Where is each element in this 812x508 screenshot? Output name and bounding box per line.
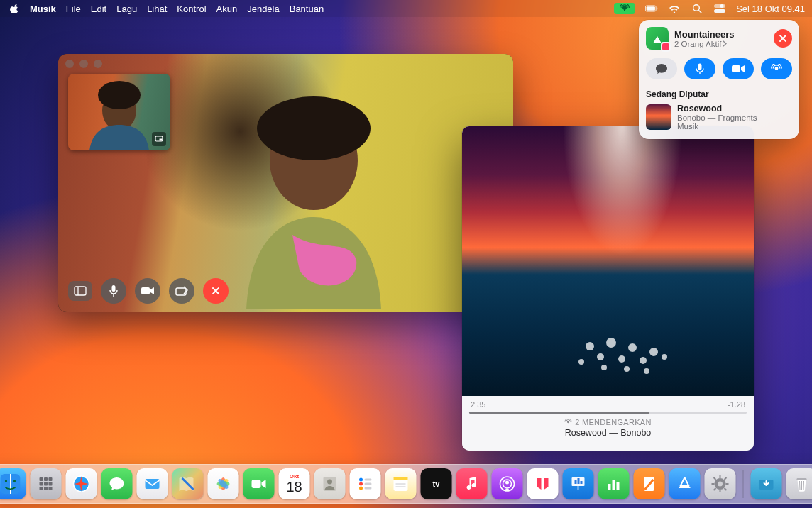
svg-point-32 <box>601 365 607 370</box>
menubar-item-lagu[interactable]: Lagu <box>116 4 137 14</box>
dock-app-pages[interactable] <box>634 468 665 499</box>
facetime-window[interactable] <box>58 54 513 312</box>
menubar-item-jendela[interactable]: Jendela <box>247 4 280 14</box>
music-mini-player[interactable]: 2.35 -1.28 2 MENDENGARKAN Rosewood — Bon… <box>462 126 754 451</box>
mini-player-info: 2.35 -1.28 2 MENDENGARKAN Rosewood — Bon… <box>462 396 754 451</box>
svg-rect-78 <box>575 480 577 484</box>
dock-app-photos[interactable] <box>208 468 239 499</box>
dock-app-music[interactable] <box>456 468 488 499</box>
svg-line-95 <box>714 488 716 490</box>
pip-swap-button[interactable] <box>152 132 166 146</box>
facetime-self-view[interactable] <box>68 74 170 150</box>
dock-app-facetime[interactable] <box>243 468 275 499</box>
leave-shareplay-button[interactable] <box>774 29 792 48</box>
dock-app-finder[interactable] <box>0 468 26 499</box>
svg-rect-49 <box>40 487 43 490</box>
svg-rect-44 <box>44 477 48 481</box>
dock-app-podcasts[interactable] <box>492 468 523 499</box>
dock-app-settings[interactable] <box>705 468 736 499</box>
menubar-item-akun[interactable]: Akun <box>216 4 238 14</box>
svg-rect-97 <box>797 478 807 480</box>
spotlight-icon[interactable] <box>691 4 703 13</box>
dock-app-calendar[interactable]: Okt18 <box>279 468 310 499</box>
control-center-icon[interactable] <box>713 4 726 13</box>
dock-app-messages[interactable] <box>102 468 133 499</box>
dock-app-news[interactable] <box>527 468 559 499</box>
now-playing-row[interactable]: Rosewood Bonobo — Fragments Musik <box>646 104 792 131</box>
facetime-camera-button[interactable] <box>135 278 160 304</box>
svg-rect-19 <box>141 287 150 294</box>
dock-app-safari[interactable] <box>66 468 97 499</box>
svg-point-31 <box>662 354 667 360</box>
svg-point-29 <box>649 348 658 356</box>
chevron-right-icon <box>723 40 727 47</box>
menubar-item-kontrol[interactable]: Kontrol <box>177 4 206 14</box>
svg-rect-47 <box>44 482 48 486</box>
video-button[interactable] <box>723 58 754 79</box>
menubar-item-edit[interactable]: Edit <box>91 4 106 14</box>
svg-line-4 <box>699 11 702 13</box>
svg-rect-46 <box>40 482 43 486</box>
svg-rect-15 <box>75 287 86 295</box>
facetime-sidebar-button[interactable] <box>68 281 92 301</box>
dock-app-contacts[interactable] <box>314 468 346 499</box>
battery-icon[interactable] <box>645 4 658 13</box>
menubar-item-lihat[interactable]: Lihat <box>147 4 167 14</box>
menubar-clock[interactable]: Sel 18 Okt 09.41 <box>736 4 805 14</box>
svg-point-64 <box>359 482 363 486</box>
menubar-app-name[interactable]: Musik <box>30 4 56 14</box>
traffic-close[interactable] <box>65 60 74 68</box>
dock-app-mail[interactable] <box>137 468 168 499</box>
svg-rect-67 <box>365 487 372 490</box>
svg-point-12 <box>98 81 141 109</box>
svg-rect-59 <box>252 480 261 488</box>
svg-rect-50 <box>44 487 48 490</box>
dock-app-numbers[interactable] <box>598 468 630 499</box>
svg-point-24 <box>597 353 604 360</box>
dock-app-maps[interactable] <box>172 468 204 499</box>
now-playing-source: Musik <box>677 122 757 131</box>
shareplay-button[interactable] <box>761 58 792 79</box>
group-subtitle[interactable]: 2 Orang Aktif <box>674 40 735 48</box>
dock-downloads[interactable] <box>751 468 782 499</box>
facetime-share-button[interactable] <box>169 278 194 304</box>
svg-point-41 <box>5 480 7 482</box>
facetime-toolbar <box>68 278 229 304</box>
svg-point-7 <box>720 4 724 8</box>
svg-rect-69 <box>394 477 408 480</box>
svg-line-98 <box>800 481 801 490</box>
svg-rect-5 <box>714 4 725 8</box>
svg-rect-2 <box>657 7 657 9</box>
dock-app-notes[interactable] <box>385 468 417 499</box>
window-traffic-lights[interactable] <box>65 60 102 68</box>
dock-app-keynote[interactable] <box>563 468 594 499</box>
svg-rect-17 <box>112 285 116 292</box>
facetime-end-call-button[interactable] <box>203 278 229 304</box>
svg-rect-6 <box>714 9 725 13</box>
menubar-item-bantuan[interactable]: Bantuan <box>290 4 324 14</box>
messages-button[interactable] <box>646 58 677 79</box>
facetime-mute-button[interactable] <box>101 278 126 304</box>
svg-point-66 <box>359 487 363 490</box>
menubar-item-file[interactable]: File <box>66 4 81 14</box>
svg-rect-14 <box>160 139 163 141</box>
apple-menu-icon[interactable] <box>10 4 20 13</box>
wifi-icon[interactable] <box>668 4 681 13</box>
svg-rect-83 <box>617 482 620 490</box>
traffic-minimize[interactable] <box>79 60 88 68</box>
svg-point-62 <box>359 478 363 482</box>
svg-rect-54 <box>146 479 160 489</box>
dock-app-launchpad[interactable] <box>31 468 62 499</box>
playback-progress[interactable] <box>469 412 747 414</box>
dock-trash[interactable] <box>786 468 813 499</box>
svg-line-93 <box>725 488 727 490</box>
shareplay-status-icon[interactable] <box>614 3 635 14</box>
mic-button[interactable] <box>684 58 715 79</box>
dock-app-tv[interactable]: tv <box>421 468 452 499</box>
remaining-time: -1.28 <box>728 400 745 409</box>
svg-point-34 <box>644 368 649 374</box>
dock-app-appstore[interactable] <box>669 468 701 499</box>
traffic-zoom[interactable] <box>94 60 102 68</box>
dock-app-reminders[interactable] <box>350 468 381 499</box>
now-playing-title: Rosewood <box>677 104 757 114</box>
